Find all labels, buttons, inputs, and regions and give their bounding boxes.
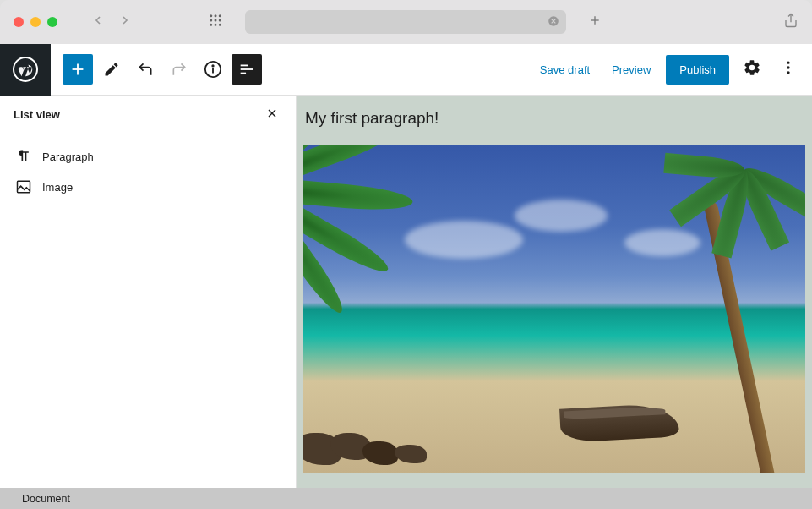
save-draft-button[interactable]: Save draft: [533, 57, 597, 83]
svg-rect-26: [18, 181, 30, 192]
settings-button[interactable]: [738, 53, 766, 85]
wordpress-logo-icon: [13, 57, 38, 82]
edit-tool-button[interactable]: [96, 54, 127, 85]
svg-point-21: [787, 62, 789, 64]
paragraph-icon: [15, 148, 32, 165]
svg-point-22: [787, 66, 789, 68]
editor-body: List view Paragraph Image My first parag…: [0, 96, 812, 488]
new-tab-button[interactable]: [588, 14, 602, 31]
traffic-lights: [14, 17, 57, 27]
list-view-header: List view: [0, 96, 296, 134]
svg-point-5: [219, 19, 221, 22]
list-view-title: List view: [14, 108, 60, 121]
editor-toolbar: Save draft Preview Publish: [0, 44, 812, 96]
info-button[interactable]: [198, 54, 228, 85]
decorative-cloud: [624, 229, 700, 256]
decorative-rocks: [303, 406, 464, 465]
undo-button[interactable]: [130, 54, 161, 85]
svg-point-2: [219, 14, 221, 17]
list-item-paragraph[interactable]: Paragraph: [7, 141, 289, 172]
svg-point-1: [215, 14, 217, 17]
editor-tools-right: Save draft Preview Publish: [533, 53, 812, 85]
svg-point-6: [210, 24, 212, 26]
decorative-boat: [559, 402, 679, 442]
svg-point-7: [215, 24, 217, 26]
svg-point-0: [210, 14, 212, 17]
apps-grid-icon[interactable]: [208, 13, 223, 31]
list-view-panel: List view Paragraph Image: [0, 96, 297, 488]
add-block-button[interactable]: [63, 54, 93, 85]
image-icon: [15, 178, 32, 195]
paragraph-block[interactable]: My first paragraph!: [297, 96, 812, 145]
wordpress-logo[interactable]: [0, 44, 51, 96]
image-block[interactable]: [303, 145, 805, 473]
list-view-toggle-button[interactable]: [232, 54, 262, 85]
svg-point-8: [219, 24, 221, 26]
share-icon[interactable]: [783, 13, 798, 31]
close-list-view-button[interactable]: [262, 103, 282, 127]
svg-point-23: [787, 71, 789, 74]
svg-point-17: [212, 65, 213, 66]
redo-button[interactable]: [164, 54, 194, 85]
publish-button[interactable]: Publish: [666, 55, 729, 85]
list-item-label: Paragraph: [42, 151, 94, 163]
browser-nav: [91, 14, 132, 30]
decorative-cloud: [515, 200, 608, 232]
list-view-items: Paragraph Image: [0, 134, 296, 209]
more-options-button[interactable]: [775, 54, 802, 85]
maximize-window-button[interactable]: [47, 17, 57, 27]
clear-url-icon[interactable]: [548, 15, 559, 30]
back-button[interactable]: [91, 14, 105, 30]
list-item-image[interactable]: Image: [7, 172, 289, 202]
breadcrumb[interactable]: Document: [22, 493, 70, 505]
list-item-label: Image: [42, 181, 73, 194]
url-bar[interactable]: [245, 10, 566, 34]
editor-canvas[interactable]: My first paragraph!: [297, 96, 812, 488]
editor-tools-left: [51, 54, 274, 85]
breadcrumb-bar: Document: [0, 488, 812, 509]
forward-button[interactable]: [118, 14, 132, 30]
decorative-palm-left: [303, 145, 430, 297]
svg-point-3: [210, 19, 212, 22]
svg-point-4: [215, 19, 217, 22]
preview-button[interactable]: Preview: [605, 57, 657, 83]
macos-titlebar: [0, 0, 812, 44]
close-window-button[interactable]: [14, 17, 24, 27]
minimize-window-button[interactable]: [30, 17, 41, 27]
